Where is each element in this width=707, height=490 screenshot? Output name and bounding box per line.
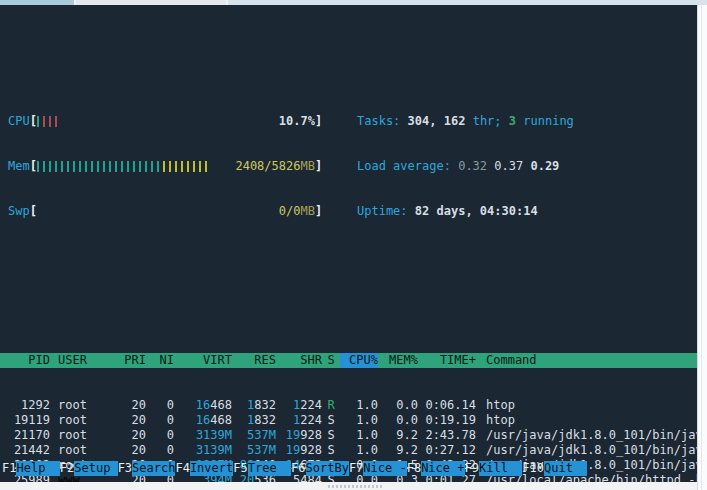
fkey-f1[interactable]: F1Help [2, 461, 60, 476]
cell-state: S [322, 428, 340, 443]
cpu-percent-value: 10.7% [279, 114, 315, 129]
stats-panel: Tasks: 304, 162 thr; 3 running Load aver… [345, 84, 574, 249]
fkey-f3[interactable]: F3Search [118, 461, 176, 476]
cell-res: 1832 [232, 398, 276, 413]
tasks-line: Tasks: 304, 162 thr; 3 running [357, 114, 574, 129]
cell-shr: 1224 [276, 413, 322, 428]
process-row[interactable]: 1292root2001646818321224R1.00.00:06.14ht… [0, 398, 697, 413]
mem-meter: Mem[2408/5826MB] [8, 159, 345, 174]
header-ni[interactable]: NI [146, 353, 174, 368]
cell-pri: 20 [116, 443, 146, 458]
fkey-label: Nice - [363, 461, 406, 476]
tasks-threads: 162 [444, 114, 466, 128]
process-row[interactable]: 21442root2003139M537M19928S1.09.20:27.12… [0, 443, 697, 458]
fkey-number: F8 [407, 461, 421, 476]
cell-ni: 0 [146, 443, 174, 458]
cell-virt: 16468 [174, 413, 232, 428]
cell-time: 2:43.78 [418, 428, 476, 443]
fkey-label: Invert [190, 461, 233, 476]
swp-meter: Swp[0/0MB] [8, 204, 345, 219]
cell-pid: 21442 [2, 443, 50, 458]
fkey-number: F7 [349, 461, 363, 476]
process-row[interactable]: 19119root2001646818321224S1.00.00:19.19h… [0, 413, 697, 428]
cell-pri: 20 [116, 398, 146, 413]
table-header-row: PID USER PRI NI VIRT RES SHR S CPU% MEM%… [0, 353, 697, 368]
cell-shr: 19928 [276, 428, 322, 443]
process-table: PID USER PRI NI VIRT RES SHR S CPU% MEM%… [0, 323, 697, 482]
header-pid[interactable]: PID [2, 353, 50, 368]
header-shr[interactable]: SHR [276, 353, 322, 368]
fkey-f10[interactable]: F10Quit [522, 461, 587, 476]
cell-time: 0:19.19 [418, 413, 476, 428]
swp-unit: MB [300, 204, 314, 218]
thr-label: thr; [473, 114, 502, 128]
fkey-f8[interactable]: F8Nice + [407, 461, 465, 476]
process-row[interactable]: 21170root2003139M537M19928S1.09.22:43.78… [0, 428, 697, 443]
cell-pri: 20 [116, 428, 146, 443]
uptime-line: Uptime: 82 days, 04:30:14 [357, 204, 574, 219]
header-state[interactable]: S [322, 353, 340, 368]
mem-unit: MB [300, 159, 314, 173]
cell-res: 1832 [232, 413, 276, 428]
swp-meter-label: Swp [8, 204, 30, 219]
cell-cpu: 1.0 [340, 413, 378, 428]
vertical-scrollbar[interactable] [697, 5, 707, 490]
fkey-f2[interactable]: F2Setup [60, 461, 118, 476]
fkey-number: F3 [118, 461, 132, 476]
uptime-value: 82 days, 04:30:14 [415, 204, 538, 218]
fkey-f7[interactable]: F7Nice - [349, 461, 407, 476]
header-cpu-sort[interactable]: CPU% [340, 353, 378, 368]
fkey-f6[interactable]: F6SortBy [291, 461, 349, 476]
fkey-f4[interactable]: F4Invert [175, 461, 233, 476]
tasks-label: Tasks: [357, 114, 400, 128]
cell-mem: 0.0 [378, 398, 418, 413]
cell-user: root [50, 398, 116, 413]
cpu-meter-label: CPU [8, 114, 30, 129]
header-user[interactable]: USER [50, 353, 116, 368]
fkey-number: F10 [522, 461, 544, 476]
open-bracket: [ [30, 204, 37, 219]
cell-state: S [322, 413, 340, 428]
cell-pid: 19119 [2, 413, 50, 428]
scrollbar-dots [328, 485, 382, 488]
cell-state: R [322, 398, 340, 413]
fkey-label: Setup [74, 461, 117, 476]
fkey-number: F1 [2, 461, 16, 476]
cell-ni: 0 [146, 413, 174, 428]
fkey-number: F9 [465, 461, 479, 476]
function-key-bar: F1Help F2Setup F3SearchF4InvertF5Tree F6… [0, 461, 697, 476]
cell-time: 0:06.14 [418, 398, 476, 413]
cell-mem: 9.2 [378, 428, 418, 443]
cell-ni: 0 [146, 428, 174, 443]
htop-header-area: CPU[10.7%] Mem[2408/5826MB] Swp[0/0MB] T… [0, 84, 697, 249]
header-pri[interactable]: PRI [116, 353, 146, 368]
fkey-label: Tree [248, 461, 291, 476]
cell-pid: 1292 [2, 398, 50, 413]
header-time[interactable]: TIME+ [418, 353, 476, 368]
cpu-usage-bars [37, 116, 61, 128]
fkey-f9[interactable]: F9Kill [465, 461, 523, 476]
cell-cpu: 1.0 [340, 398, 378, 413]
fkey-label: Kill [479, 461, 522, 476]
close-bracket: ] [315, 114, 322, 129]
swp-value: 0/0 [279, 204, 301, 218]
header-res[interactable]: RES [232, 353, 276, 368]
tasks-count: 304, [408, 114, 437, 128]
header-mem[interactable]: MEM% [378, 353, 418, 368]
cell-user: root [50, 428, 116, 443]
header-virt[interactable]: VIRT [174, 353, 232, 368]
open-bracket: [ [30, 114, 37, 129]
cpu-meter: CPU[10.7%] [8, 114, 345, 129]
header-command[interactable]: Command [476, 353, 697, 368]
horizontal-scrollbar[interactable] [0, 482, 697, 490]
cell-pid: 21170 [2, 428, 50, 443]
cell-state: S [322, 443, 340, 458]
tasks-running-count: 3 [509, 114, 516, 128]
meters-panel: CPU[10.7%] Mem[2408/5826MB] Swp[0/0MB] [0, 84, 345, 249]
cell-virt: 16468 [174, 398, 232, 413]
fkey-label: Nice + [421, 461, 464, 476]
cell-pri: 20 [116, 413, 146, 428]
cell-command: /usr/java/jdk1.8.0_101/bin/java -Xm [476, 443, 697, 458]
fkey-f5[interactable]: F5Tree [233, 461, 291, 476]
open-bracket: [ [30, 159, 37, 174]
